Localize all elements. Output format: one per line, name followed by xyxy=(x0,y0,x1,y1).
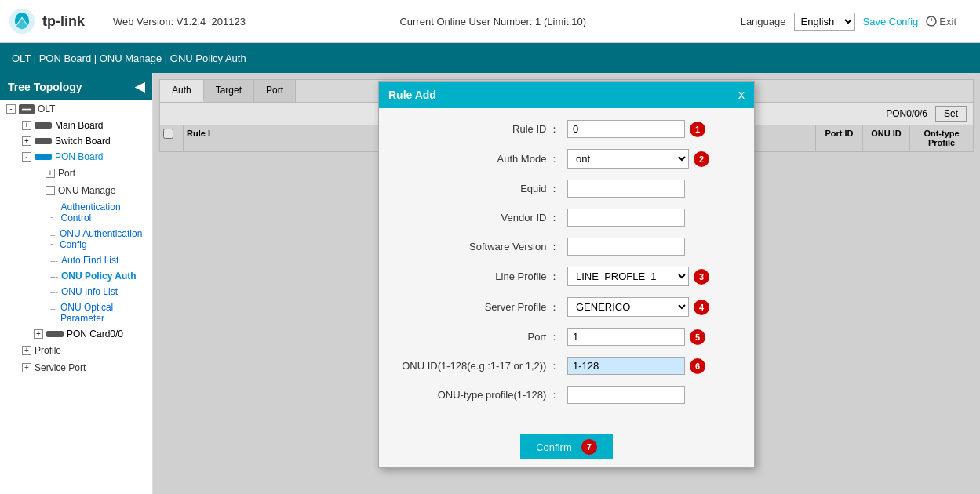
confirm-label: Confirm xyxy=(536,441,572,453)
mainboard-expand-icon[interactable]: + xyxy=(22,121,31,130)
server-profile-label: Server Profile ： xyxy=(395,300,567,314)
line-profile-badge: 3 xyxy=(694,269,709,285)
logo-text: tp-link xyxy=(42,13,85,30)
equid-label: Equid ： xyxy=(395,182,567,196)
logo-area: tp-link xyxy=(8,0,97,42)
onu-manage-label: ONU Manage xyxy=(58,185,115,196)
vendor-id-input[interactable] xyxy=(567,209,685,227)
vendor-id-row: Vendor ID ： xyxy=(395,209,738,227)
sidebar-item-onu-auth-config[interactable]: ONU Authentication Config xyxy=(47,226,152,252)
sidebar-item-profile[interactable]: + Profile xyxy=(16,342,152,359)
serviceport-label: Service Port xyxy=(35,362,86,373)
vendor-id-label: Vendor ID ： xyxy=(395,211,567,225)
tree-child-serviceport: + Service Port xyxy=(0,359,152,376)
confirm-badge: 7 xyxy=(581,439,597,455)
sidebar-item-serviceport[interactable]: + Service Port xyxy=(16,359,152,376)
profile-expand-icon[interactable]: + xyxy=(22,346,31,355)
line-profile-label: Line Profile ： xyxy=(395,270,567,284)
header-right: Language English Chinese Save Config Exi… xyxy=(741,13,956,31)
sidebar-item-auth-control[interactable]: Authentication Control xyxy=(47,199,152,226)
profile-label: Profile xyxy=(35,345,61,356)
sidebar-title: Tree Topology xyxy=(8,81,82,93)
olt-device-icon: ━━ xyxy=(19,104,35,114)
sidebar-item-auto-find[interactable]: Auto Find List xyxy=(47,252,152,268)
sidebar-header: Tree Topology ◀ xyxy=(0,73,152,100)
confirm-button[interactable]: Confirm 7 xyxy=(520,434,613,459)
poncard-device-icon xyxy=(46,331,64,337)
switchboard-label: Switch Board xyxy=(55,136,111,147)
tree-child-poncard: + PON Card0/0 xyxy=(16,326,152,342)
mainboard-device-icon xyxy=(35,122,52,129)
mainboard-label: Main Board xyxy=(55,120,103,131)
web-version: Web Version: V1.2.4_201123 xyxy=(113,16,246,27)
modal-header: Rule Add x xyxy=(379,82,754,108)
line-profile-row: Line Profile ： LINE_PROFLE_1 3 xyxy=(395,267,738,286)
ponboard-device-icon xyxy=(35,154,52,160)
port-input[interactable] xyxy=(567,328,685,346)
sidebar: Tree Topology ◀ - ━━ OLT + Main Board + … xyxy=(0,73,153,494)
onu-manage-expand-icon[interactable]: - xyxy=(46,186,55,195)
sidebar-item-switchboard[interactable]: + Switch Board xyxy=(16,133,152,149)
onu-manage-items: Authentication Control ONU Authenticatio… xyxy=(39,199,152,326)
line-profile-select[interactable]: LINE_PROFLE_1 xyxy=(567,267,689,286)
equid-row: Equid ： xyxy=(395,180,738,198)
sidebar-item-ponboard[interactable]: - PON Board xyxy=(16,149,152,165)
port-expand-icon[interactable]: + xyxy=(46,169,55,178)
tree-root-olt: - ━━ OLT xyxy=(0,100,152,118)
modal-title: Rule Add xyxy=(388,89,436,101)
onu-id-label: ONU ID(1-128(e.g.:1-17 or 1,2)) ： xyxy=(395,359,567,373)
content-area: Auth Target Port PON0/0/6 Set Rule I le … xyxy=(153,73,980,494)
ponboard-label: PON Board xyxy=(55,151,103,162)
port-label: Port xyxy=(58,168,75,179)
auth-mode-row: Auth Mode ： ont sn password mac 2 xyxy=(395,149,738,169)
onu-manage-header[interactable]: - ONU Manage xyxy=(39,182,152,199)
port-section: + Port xyxy=(16,165,152,182)
olt-label: OLT xyxy=(38,104,55,114)
port-badge: 5 xyxy=(690,329,705,345)
modal-overlay: Rule Add x Rule ID ： 1 Auth Mode ： xyxy=(153,73,980,494)
software-version-input[interactable] xyxy=(567,238,685,256)
save-config-link[interactable]: Save Config xyxy=(863,16,919,27)
olt-expand-icon[interactable]: - xyxy=(6,104,16,114)
rule-id-badge: 1 xyxy=(690,122,705,137)
onu-type-label: ONU-type profile(1-128) ： xyxy=(395,388,567,402)
sidebar-item-onu-policy-auth[interactable]: ONU Policy Auth xyxy=(47,268,152,284)
auth-mode-label: Auth Mode ： xyxy=(395,152,567,166)
modal-close-button[interactable]: x xyxy=(738,88,745,102)
exit-button[interactable]: Exit xyxy=(926,16,956,27)
switchboard-expand-icon[interactable]: + xyxy=(22,136,31,146)
onu-id-row: ONU ID(1-128(e.g.:1-17 or 1,2)) ： 6 xyxy=(395,357,738,375)
sidebar-item-onu-optical[interactable]: ONU Optical Parameter xyxy=(47,300,152,326)
onu-type-input[interactable] xyxy=(567,386,685,404)
rule-id-input[interactable] xyxy=(567,120,685,138)
sidebar-item-onu-info-list[interactable]: ONU Info List xyxy=(47,284,152,300)
tree-child-ponboard: - PON Board + Port - ONU Manage xyxy=(0,149,152,342)
serviceport-expand-icon[interactable]: + xyxy=(22,363,31,372)
auth-mode-badge: 2 xyxy=(694,151,709,167)
sidebar-toggle[interactable]: ◀ xyxy=(135,79,144,94)
poncard-expand-icon[interactable]: + xyxy=(34,329,43,339)
server-profile-select[interactable]: GENERICO xyxy=(567,297,689,317)
tree-child-mainboard: + Main Board xyxy=(0,118,152,133)
tree-child-switchboard: + Switch Board xyxy=(0,133,152,149)
server-profile-badge: 4 xyxy=(694,300,709,315)
port-label: Port ： xyxy=(395,330,567,344)
poncard-label: PON Card0/0 xyxy=(67,329,123,340)
sidebar-item-mainboard[interactable]: + Main Board xyxy=(16,118,152,133)
auth-mode-select[interactable]: ont sn password mac xyxy=(567,149,689,169)
ponboard-expand-icon[interactable]: - xyxy=(22,152,31,162)
tp-link-logo xyxy=(8,7,36,35)
equid-input[interactable] xyxy=(567,180,685,198)
online-users: Current Online User Number: 1 (Limit:10) xyxy=(399,16,586,27)
onu-id-input[interactable] xyxy=(567,357,685,375)
port-row: Port ： 5 xyxy=(395,328,738,346)
tree-child-profile: + Profile xyxy=(0,342,152,359)
onu-id-badge: 6 xyxy=(690,358,705,374)
language-select[interactable]: English Chinese xyxy=(794,13,855,31)
onu-manage-section: - ONU Manage Authentication Control ONU … xyxy=(16,182,152,326)
modal-footer: Confirm 7 xyxy=(379,427,754,467)
onu-type-row: ONU-type profile(1-128) ： xyxy=(395,386,738,404)
header-info: Web Version: V1.2.4_201123 Current Onlin… xyxy=(97,13,972,31)
sidebar-item-poncard[interactable]: + PON Card0/0 xyxy=(27,326,152,342)
port-section-header[interactable]: + Port xyxy=(39,165,152,182)
